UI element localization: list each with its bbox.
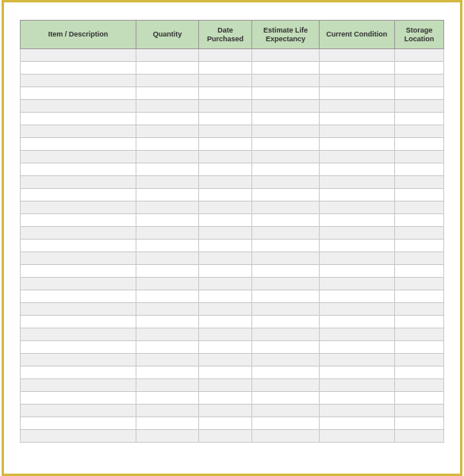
table-cell <box>21 354 136 367</box>
table-cell <box>395 125 444 138</box>
table-row <box>21 417 444 430</box>
table-cell <box>252 138 319 151</box>
table-cell <box>395 113 444 125</box>
table-cell <box>252 367 319 379</box>
table-cell <box>21 214 136 227</box>
table-cell <box>136 176 199 189</box>
table-row <box>21 354 444 367</box>
table-cell <box>136 113 199 125</box>
table-cell <box>395 303 444 316</box>
table-cell <box>395 62 444 75</box>
table-cell <box>198 303 251 316</box>
table-row <box>21 328 444 341</box>
table-cell <box>136 75 199 87</box>
table-cell <box>136 202 199 214</box>
table-cell <box>319 354 395 367</box>
table-cell <box>21 240 136 252</box>
table-cell <box>21 62 136 75</box>
table-cell <box>136 138 199 151</box>
table-cell <box>21 113 136 125</box>
table-cell <box>21 303 136 316</box>
table-row <box>21 379 444 392</box>
table-cell <box>319 100 395 113</box>
table-row <box>21 290 444 303</box>
table-body <box>21 49 444 443</box>
table-row <box>21 202 444 214</box>
table-row <box>21 303 444 316</box>
table-cell <box>136 405 199 417</box>
table-row <box>21 392 444 405</box>
table-cell <box>198 367 251 379</box>
table-cell <box>252 100 319 113</box>
table-cell <box>21 405 136 417</box>
table-cell <box>395 100 444 113</box>
table-cell <box>395 189 444 202</box>
table-cell <box>198 290 251 303</box>
table-cell <box>319 430 395 443</box>
table-row <box>21 113 444 125</box>
table-row <box>21 405 444 417</box>
table-cell <box>252 303 319 316</box>
table-cell <box>198 151 251 163</box>
table-cell <box>198 176 251 189</box>
table-cell <box>21 151 136 163</box>
table-cell <box>21 163 136 176</box>
table-cell <box>136 430 199 443</box>
table-cell <box>319 240 395 252</box>
table-cell <box>198 125 251 138</box>
table-cell <box>136 265 199 278</box>
table-cell <box>136 303 199 316</box>
table-cell <box>21 87 136 100</box>
table-cell <box>136 49 199 62</box>
table-cell <box>319 163 395 176</box>
table-row <box>21 138 444 151</box>
table-cell <box>252 125 319 138</box>
table-cell <box>395 163 444 176</box>
table-cell <box>395 290 444 303</box>
table-cell <box>252 392 319 405</box>
table-cell <box>198 227 251 240</box>
table-row <box>21 278 444 290</box>
table-cell <box>319 62 395 75</box>
header-quantity: Quantity <box>136 21 199 49</box>
table-cell <box>198 341 251 354</box>
table-row <box>21 252 444 265</box>
table-cell <box>136 290 199 303</box>
table-cell <box>252 62 319 75</box>
table-cell <box>319 87 395 100</box>
table-cell <box>319 75 395 87</box>
table-cell <box>21 316 136 328</box>
table-cell <box>198 113 251 125</box>
table-row <box>21 227 444 240</box>
table-cell <box>136 227 199 240</box>
table-cell <box>198 240 251 252</box>
table-cell <box>319 417 395 430</box>
table-cell <box>136 278 199 290</box>
table-cell <box>395 341 444 354</box>
table-cell <box>136 354 199 367</box>
table-cell <box>252 252 319 265</box>
table-cell <box>136 87 199 100</box>
table-cell <box>252 163 319 176</box>
table-row <box>21 316 444 328</box>
table-cell <box>21 367 136 379</box>
table-row <box>21 100 444 113</box>
table-cell <box>136 328 199 341</box>
table-cell <box>136 214 199 227</box>
table-cell <box>21 138 136 151</box>
table-cell <box>198 265 251 278</box>
table-cell <box>21 265 136 278</box>
table-cell <box>252 49 319 62</box>
table-cell <box>198 163 251 176</box>
table-cell <box>252 430 319 443</box>
table-cell <box>21 328 136 341</box>
table-cell <box>21 392 136 405</box>
table-row <box>21 75 444 87</box>
table-row <box>21 341 444 354</box>
table-row <box>21 163 444 176</box>
table-cell <box>252 113 319 125</box>
table-cell <box>252 75 319 87</box>
table-cell <box>21 290 136 303</box>
table-cell <box>252 328 319 341</box>
table-cell <box>395 252 444 265</box>
